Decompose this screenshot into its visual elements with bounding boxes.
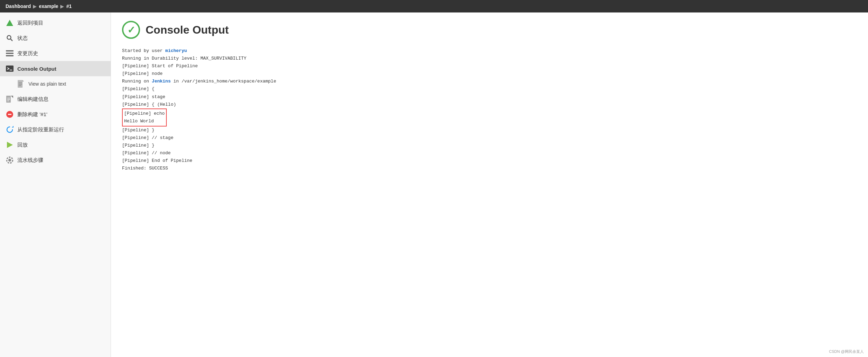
svg-rect-7: [18, 80, 23, 88]
breadcrumb-sep-1: ▶: [33, 3, 37, 9]
sidebar-item-pipeline-steps[interactable]: 流水线步骤: [0, 153, 111, 168]
highlighted-echo-block: [Pipeline] echo Hello World: [122, 108, 167, 127]
topbar: Dashboard ▶ example ▶ #1: [0, 0, 868, 12]
console-line-11: [Pipeline] }: [122, 142, 857, 149]
gear-icon: [6, 156, 14, 164]
console-line-6: [Pipeline] {: [122, 85, 857, 93]
console-line-10: [Pipeline] // stage: [122, 134, 857, 142]
sidebar-item-replay[interactable]: 回放: [0, 137, 111, 153]
console-icon: [6, 64, 14, 73]
main-content: ✓ Console Output Started by user michery…: [111, 12, 868, 357]
breadcrumb: Dashboard ▶ example ▶ #1: [6, 3, 72, 9]
page-title: Console Output: [146, 24, 229, 36]
console-line-12: [Pipeline] // node: [122, 149, 857, 157]
sidebar-item-restart-from-stage[interactable]: 从指定阶段重新运行: [0, 122, 111, 137]
sidebar-label-restart-from-stage: 从指定阶段重新运行: [17, 127, 64, 133]
sidebar-item-view-plain-text[interactable]: View as plain text: [0, 76, 111, 92]
console-line-13: [Pipeline] End of Pipeline: [122, 157, 857, 165]
sidebar-label-change-history: 变更历史: [17, 50, 38, 57]
jenkins-link[interactable]: Jenkins: [152, 79, 171, 84]
workspace-path: /var/jenkins_home/workspace/example: [182, 79, 276, 84]
console-line-7: [Pipeline] stage: [122, 93, 857, 101]
console-line-4: [Pipeline] node: [122, 70, 857, 78]
console-line-14: Finished: SUCCESS: [122, 165, 857, 172]
sidebar-item-edit-build-info[interactable]: 编辑构建信息: [0, 92, 111, 107]
edit-icon: [6, 95, 14, 103]
sidebar-label-console-output: Console Output: [17, 66, 57, 72]
replay-icon: [6, 125, 14, 134]
sidebar-label-replay: 回放: [17, 142, 28, 148]
svg-marker-8: [23, 80, 24, 81]
svg-rect-3: [6, 53, 14, 54]
breadcrumb-example[interactable]: example: [39, 3, 58, 9]
console-output: Started by user micheryu Running in Dura…: [122, 47, 857, 173]
sidebar-label-pipeline-steps: 流水线步骤: [17, 157, 43, 164]
success-icon: ✓: [122, 21, 140, 39]
sidebar-item-delete-build[interactable]: 删除构建 '#1': [0, 107, 111, 122]
search-icon: [6, 34, 14, 42]
sidebar-item-status[interactable]: 状态: [0, 31, 111, 46]
sidebar-label-back-to-project: 返回到项目: [17, 20, 43, 26]
page-header: ✓ Console Output: [122, 21, 857, 39]
svg-marker-13: [11, 96, 13, 98]
svg-rect-5: [6, 66, 14, 72]
console-line-5: Running on Jenkins in /var/jenkins_home/…: [122, 78, 857, 85]
breadcrumb-sep-2: ▶: [60, 3, 64, 9]
svg-point-0: [7, 36, 11, 40]
console-line-1: Started by user micheryu: [122, 47, 857, 55]
console-line-highlighted: [Pipeline] echo Hello World: [122, 108, 857, 127]
svg-rect-2: [6, 50, 14, 52]
console-line-3: [Pipeline] Start of Pipeline: [122, 62, 857, 70]
svg-rect-4: [6, 55, 14, 56]
sidebar-label-view-plain-text: View as plain text: [28, 81, 66, 87]
breadcrumb-build[interactable]: #1: [66, 3, 72, 9]
check-mark: ✓: [127, 24, 135, 36]
svg-rect-12: [6, 96, 11, 103]
sidebar: 返回到项目 状态 变更历史: [0, 12, 111, 357]
watermark: CSDN @网民余某人: [829, 349, 864, 354]
sidebar-item-back-to-project[interactable]: 返回到项目: [0, 15, 111, 31]
history-icon: [6, 49, 14, 58]
layout: 返回到项目 状态 变更历史: [0, 12, 868, 357]
breadcrumb-dashboard[interactable]: Dashboard: [6, 3, 31, 9]
console-line-8: [Pipeline] { (Hello): [122, 101, 857, 108]
document-icon: [17, 80, 25, 88]
delete-icon: [6, 110, 14, 119]
console-line-9: [Pipeline] }: [122, 127, 857, 134]
playback-icon: [6, 141, 14, 149]
user-link[interactable]: micheryu: [165, 48, 187, 53]
up-arrow-icon: [6, 19, 14, 27]
sidebar-label-delete-build: 删除构建 '#1': [17, 111, 47, 118]
svg-marker-19: [12, 126, 14, 128]
sidebar-label-status: 状态: [17, 35, 28, 42]
sidebar-item-change-history[interactable]: 变更历史: [0, 46, 111, 61]
sidebar-label-edit-build-info: 编辑构建信息: [17, 96, 49, 103]
svg-point-21: [8, 159, 11, 162]
sidebar-item-console-output[interactable]: Console Output: [0, 61, 111, 76]
svg-line-1: [11, 39, 13, 41]
console-line-2: Running in Durability level: MAX_SURVIVA…: [122, 55, 857, 62]
svg-marker-20: [7, 142, 13, 148]
